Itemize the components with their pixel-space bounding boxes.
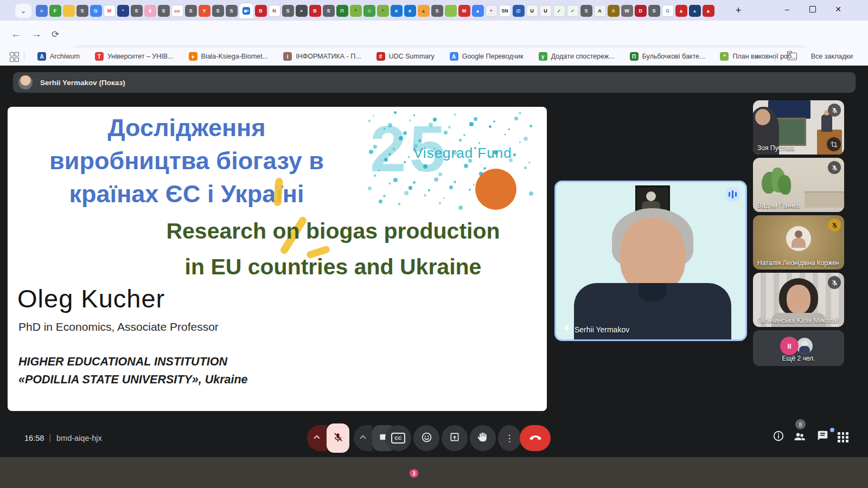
tab-6[interactable]: * — [117, 5, 129, 17]
tab-10[interactable]: erc — [171, 5, 183, 17]
tab-28[interactable]: ▲ — [418, 5, 430, 17]
logo-orange-circle — [475, 169, 516, 210]
tab-42[interactable]: A — [608, 5, 620, 17]
tab-31[interactable]: M — [458, 5, 470, 17]
bookmark-item-5[interactable]: A Google Переводчик — [450, 52, 524, 61]
tab-13[interactable]: S — [212, 5, 224, 17]
tab-7[interactable]: S — [131, 5, 143, 17]
tabs-row: ≡FSGM*S8SercSYSSBNS»BSΠ*☺*ee▲SM▲+SN@UU✓✓… — [35, 4, 715, 18]
tab-30[interactable] — [445, 5, 457, 17]
reactions-button[interactable] — [413, 425, 439, 451]
more-options-button[interactable]: ⋮ — [498, 425, 521, 451]
tab-2[interactable] — [63, 5, 75, 17]
tab-38[interactable]: ✓ — [553, 5, 565, 17]
tab-47[interactable]: ▲ — [675, 5, 687, 17]
tab-27[interactable]: e — [404, 5, 416, 17]
bookmark-label: Archiwum — [50, 53, 80, 60]
tab-12[interactable]: Y — [199, 5, 210, 17]
bookmark-item-1[interactable]: T Університет – УНІВ... — [95, 52, 174, 61]
tab-24[interactable]: ☺ — [363, 5, 375, 17]
tab-11[interactable]: S — [185, 5, 197, 17]
bookmark-label: Google Переводчик — [462, 53, 524, 60]
mic-options-chevron[interactable] — [307, 425, 327, 451]
bookmark-label: ІНФОРМАТИКА - П... — [296, 53, 361, 60]
mic-toggle-button[interactable] — [327, 423, 349, 453]
bookmarks-overflow-button[interactable]: » — [755, 52, 760, 61]
bookmark-item-4[interactable]: # UDC Summary — [376, 52, 435, 61]
activities-button[interactable] — [838, 432, 848, 442]
all-bookmarks-label[interactable]: Все закладки — [811, 53, 853, 60]
tab-23[interactable]: * — [350, 5, 362, 17]
tab-33[interactable]: + — [486, 5, 497, 17]
participant-tile-2[interactable]: Вадим Гринев — [753, 158, 844, 212]
tab-5[interactable]: M — [104, 5, 116, 17]
crop-icon[interactable] — [827, 137, 841, 151]
tab-41[interactable]: A — [594, 5, 606, 17]
bookmark-item-3[interactable]: i ІНФОРМАТИКА - П... — [283, 52, 361, 61]
bookmark-item-6[interactable]: y Додати спостереж... — [539, 52, 615, 61]
participant-tile-3[interactable]: Наталія Леонідівна Коржен... — [753, 215, 844, 269]
captions-button[interactable]: CC — [385, 425, 411, 451]
reload-button[interactable]: ⟳ — [52, 29, 59, 40]
tab-1[interactable]: F — [49, 5, 61, 17]
participant-tile-4[interactable]: Гальчинська Юлія Миколаїв... — [753, 273, 844, 327]
tab-22[interactable]: Π — [336, 5, 348, 17]
presenter-name: Serhii Yermakov (Показ) — [40, 79, 125, 87]
apps-grid-icon[interactable] — [10, 52, 18, 61]
back-button[interactable]: ← — [11, 28, 21, 40]
tab-18[interactable]: S — [282, 5, 294, 17]
people-panel-button[interactable] — [793, 430, 806, 445]
participant-tile-5[interactable]: II Ещё 2 чел. — [753, 330, 844, 366]
tab-20[interactable]: B — [309, 5, 321, 17]
tab-35[interactable]: @ — [513, 5, 525, 17]
tab-39[interactable]: ✓ — [567, 5, 579, 17]
window-close-button[interactable]: ✕ — [826, 0, 851, 18]
mic-muted-icon — [828, 161, 841, 174]
new-tab-button[interactable]: + — [731, 3, 745, 17]
window-maximize-button[interactable] — [800, 0, 825, 18]
tab-16[interactable]: B — [255, 5, 267, 17]
forward-button[interactable]: → — [31, 28, 42, 40]
speaker-video-tile[interactable]: Serhii Yermakov — [554, 181, 747, 341]
tab-4[interactable]: G — [90, 5, 102, 17]
tab-49[interactable]: ▲ — [703, 5, 714, 17]
raise-hand-button[interactable] — [470, 425, 496, 451]
tab-14[interactable]: S — [226, 5, 238, 17]
tab-32[interactable]: ▲ — [472, 5, 484, 17]
mic-muted-icon — [828, 104, 841, 117]
camera-options-chevron[interactable] — [354, 425, 372, 451]
tab-25[interactable]: * — [377, 5, 389, 17]
tab-29[interactable]: S — [431, 5, 443, 17]
window-minimize-button[interactable]: – — [775, 0, 800, 18]
tab-0[interactable]: ≡ — [36, 5, 48, 17]
tab-48[interactable]: ▲ — [689, 5, 701, 17]
participant-name: Зоя Пустова — [757, 144, 795, 152]
tab-34[interactable]: SN — [499, 5, 511, 17]
tab-45[interactable]: S — [648, 5, 660, 17]
bookmark-item-7[interactable]: Π Бульбочкові бакте... — [630, 52, 705, 61]
tab-active-meet[interactable] — [239, 3, 253, 18]
tab-search-button[interactable]: ⌄ — [15, 4, 31, 18]
tab-43[interactable]: W — [621, 5, 633, 17]
bookmark-label: Університет – УНІВ... — [107, 53, 174, 60]
tab-26[interactable]: e — [391, 5, 403, 17]
leave-call-button[interactable] — [520, 425, 551, 451]
tab-8[interactable]: 8 — [144, 5, 156, 17]
chat-panel-button[interactable] — [817, 430, 828, 444]
tab-9[interactable]: S — [158, 5, 170, 17]
tab-37[interactable]: U — [540, 5, 552, 17]
participant-tile-1[interactable]: Зоя Пустова — [753, 100, 844, 155]
tab-19[interactable]: » — [296, 5, 308, 17]
bookmark-item-0[interactable]: A Archiwum — [37, 52, 80, 61]
tab-21[interactable]: S — [323, 5, 335, 17]
tab-36[interactable]: U — [526, 5, 538, 17]
tab-17[interactable]: N — [269, 5, 280, 17]
tab-40[interactable]: S — [580, 5, 592, 17]
tab-46[interactable]: G — [662, 5, 674, 17]
presenter-avatar — [18, 75, 33, 89]
tab-3[interactable]: S — [76, 5, 88, 17]
meeting-details-button[interactable] — [773, 430, 784, 444]
bookmark-item-2[interactable]: ♦ Biala-Ksiega-Biomet... — [189, 52, 269, 61]
present-button[interactable] — [442, 425, 468, 451]
tab-44[interactable]: D — [635, 5, 647, 17]
